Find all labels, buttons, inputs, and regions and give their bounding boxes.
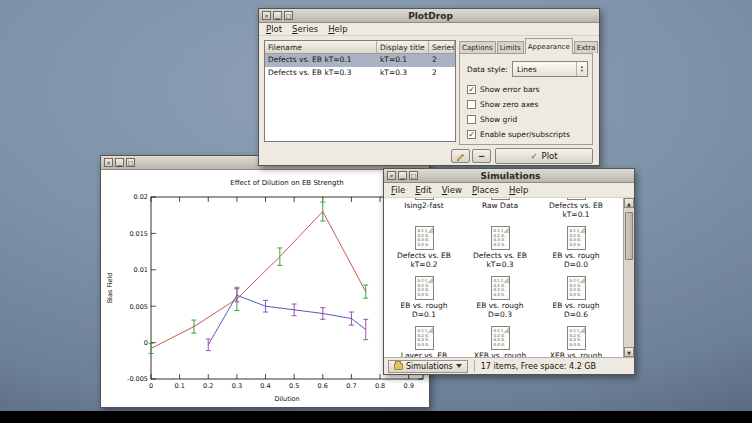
series-row[interactable]: Defects vs. EB kT=0.1kT=0.12 [265,54,455,67]
checkbox-checked-icon[interactable]: ✓ [467,130,476,139]
vertical-scrollbar[interactable]: ▲ ▼ [623,198,634,357]
text-file-icon: 0.1 0.0.2 0.0.3 0.0.4 0. [415,326,434,350]
series-row[interactable]: Defects vs. EB kT=0.3kT=0.32 [265,67,455,80]
edit-series-button[interactable] [451,149,470,163]
series-table-body: Defects vs. EB kT=0.1kT=0.12Defects vs. … [265,54,455,80]
file-label: Defects vs. EBkT=0.3 [473,252,527,269]
maximize-icon[interactable]: □ [409,171,418,180]
file-view[interactable]: 0.1 0.0.2 0.0.3 0.0.4 0.Ising2-fast0.1 0… [384,198,634,357]
simulations-menubar: FileEditViewPlacesHelp [384,183,634,198]
svg-text:Dilution: Dilution [274,395,299,403]
text-file-icon: 0.1 0.0.2 0.0.3 0.0.4 0. [491,276,510,300]
file-item[interactable]: 0.1 0.0.2 0.0.3 0.0.4 0.Defects vs. EBkT… [462,226,538,276]
combo-spinner-icon[interactable]: ▴▾ [576,62,587,76]
plot-button[interactable]: ✓ Plot [495,148,593,164]
plot-button-label: Plot [542,151,558,161]
remove-series-button[interactable]: − [472,149,491,163]
file-item[interactable]: 0.1 0.0.2 0.0.3 0.0.4 0.EB vs. roughD=0.… [462,276,538,326]
svg-text:0: 0 [144,339,148,347]
data-style-label: Data style: [467,65,508,74]
checkbox-unchecked-icon[interactable] [467,115,476,124]
text-file-icon: 0.1 0.0.2 0.0.3 0.0.4 0. [567,276,586,300]
plotdrop-titlebar[interactable]: ×▁□ PlotDrop [259,9,599,23]
minimize-icon[interactable]: ▁ [115,158,124,167]
close-icon[interactable]: × [262,11,271,20]
file-item[interactable]: 0.1 0.0.2 0.0.3 0.0.4 0.EB vs. roughD=0.… [538,276,614,326]
maximize-icon[interactable]: □ [126,158,135,167]
file-item[interactable]: 0.1 0.0.2 0.0.3 0.0.4 0.Defects vs. EBkT… [538,198,614,226]
page-fold-icon [503,327,509,333]
file-label: Ising2-fast [404,202,443,211]
svg-text:0.3: 0.3 [232,382,242,390]
svg-text:0.5: 0.5 [289,382,299,390]
text-file-icon: 0.1 0.0.2 0.0.3 0.0.4 0. [567,198,586,200]
scroll-up-icon[interactable]: ▲ [624,198,634,208]
scrollbar-thumb[interactable] [625,212,633,260]
cell-display-title: kT=0.1 [377,54,429,67]
statusbar-separator [474,360,475,372]
menu-plot[interactable]: Plot [261,23,287,35]
svg-text:-0.005: -0.005 [127,375,148,383]
tab-appearance[interactable]: Appearance [525,38,573,54]
gnuplot-window[interactable]: ×▁□ Effect of Dilution on EB Strength-0.… [100,155,430,408]
scroll-down-icon[interactable]: ▼ [624,347,634,357]
menu-view[interactable]: View [437,184,467,196]
tab-captions[interactable]: Captions [459,41,496,53]
file-item[interactable]: 0.1 0.0.2 0.0.3 0.0.4 0.XEB vs. rough [538,326,614,357]
minimize-icon[interactable]: ▁ [398,171,407,180]
svg-text:0.2: 0.2 [203,382,213,390]
close-icon[interactable]: × [104,158,113,167]
file-item[interactable]: 0.1 0.0.2 0.0.3 0.0.4 0.Raw Data [462,198,538,226]
checkbox-label: Show error bars [480,85,540,94]
menu-help[interactable]: Help [504,184,533,196]
file-item[interactable]: 0.1 0.0.2 0.0.3 0.0.4 0.Ising2-fast [386,198,462,226]
location-button[interactable]: Simulations [388,360,468,373]
menu-edit[interactable]: Edit [410,184,436,196]
tab-limits[interactable]: Limits [497,41,524,53]
column-header-display-title[interactable]: Display title [377,41,429,54]
checkbox-unchecked-icon[interactable] [467,100,476,109]
svg-text:0.9: 0.9 [404,382,414,390]
plot-canvas: Effect of Dilution on EB Strength-0.0050… [101,170,429,407]
file-label: EB vs. roughD=0.3 [476,302,523,319]
column-header-filename[interactable]: Filename [265,41,377,54]
file-item[interactable]: 0.1 0.0.2 0.0.3 0.0.4 0.EB vs. roughD=0.… [538,226,614,276]
menu-places[interactable]: Places [467,184,504,196]
simulations-titlebar[interactable]: ×▁□ Simulations [384,169,634,183]
file-item[interactable]: 0.1 0.0.2 0.0.3 0.0.4 0.Layer vs. EB [386,326,462,357]
checkbox-show-error-bars[interactable]: ✓Show error bars [467,84,540,95]
checkbox-enable-super-subscripts[interactable]: ✓Enable super/subscripts [467,129,570,140]
page-fold-icon [427,327,433,333]
checkbox-show-zero-axes[interactable]: Show zero axes [467,99,538,110]
close-icon[interactable]: × [387,171,396,180]
svg-text:0: 0 [149,382,153,390]
page-fold-icon [427,227,433,233]
tab-extra[interactable]: Extra [574,41,598,53]
file-grid: 0.1 0.0.2 0.0.3 0.0.4 0.Ising2-fast0.1 0… [386,198,614,357]
menu-series[interactable]: Series [287,23,323,35]
file-item[interactable]: 0.1 0.0.2 0.0.3 0.0.4 0.XEB vs. rough [462,326,538,357]
maximize-icon[interactable]: □ [284,11,293,20]
checkbox-show-grid[interactable]: Show grid [467,114,517,125]
checkbox-checked-icon[interactable]: ✓ [467,85,476,94]
cell-series: 2 [429,67,455,80]
window-controls: ×▁□ [387,171,418,180]
plotdrop-window-title: PlotDrop [293,11,596,21]
file-item[interactable]: 0.1 0.0.2 0.0.3 0.0.4 0.EB vs. roughD=0.… [386,276,462,326]
folder-icon [394,363,403,370]
data-style-combo[interactable]: Lines ▴▾ [512,61,588,77]
menu-file[interactable]: File [386,184,410,196]
statusbar: Simulations 17 items, Free space: 4.2 GB [384,357,634,374]
svg-text:0.7: 0.7 [346,382,356,390]
location-label: Simulations [406,362,453,371]
file-label: Raw Data [482,202,518,211]
file-item[interactable]: 0.1 0.0.2 0.0.3 0.0.4 0.Defects vs. EBkT… [386,226,462,276]
column-header-series[interactable]: Series [429,41,455,54]
series-table[interactable]: FilenameDisplay titleSeries Defects vs. … [264,40,456,142]
simulations-window[interactable]: ×▁□ Simulations FileEditViewPlacesHelp 0… [383,168,635,375]
plotdrop-window[interactable]: ×▁□ PlotDrop PlotSeriesHelp FilenameDisp… [258,8,600,166]
menu-help[interactable]: Help [323,23,352,35]
simulations-window-title: Simulations [418,171,631,181]
statusbar-info: 17 items, Free space: 4.2 GB [481,362,596,371]
minimize-icon[interactable]: ▁ [273,11,282,20]
